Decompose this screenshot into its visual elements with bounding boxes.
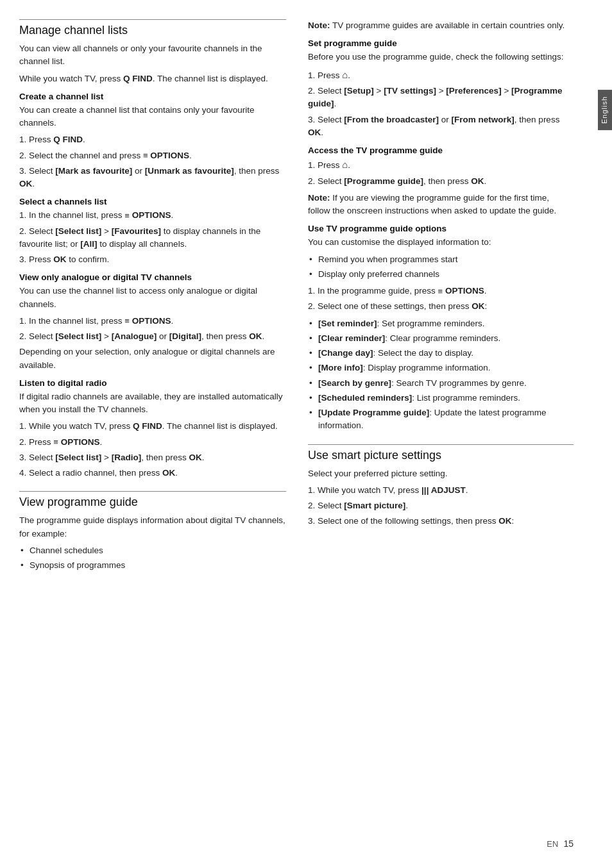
radio-step3: 3. Select [Select list] > [Radio], then … bbox=[19, 451, 286, 464]
set-guide-title: Set programme guide bbox=[308, 38, 574, 48]
view-intro: The programme guide displays information… bbox=[19, 514, 286, 540]
page-container: English Manage channel lists You can vie… bbox=[0, 0, 612, 868]
language-label: English bbox=[600, 96, 608, 124]
smart-intro: Select your preferred picture setting. bbox=[308, 467, 574, 480]
analogue-step2: 2. Select [Select list] > [Analogue] or … bbox=[19, 330, 286, 343]
note1: Note: TV programme guides are available … bbox=[308, 19, 574, 32]
main-content: Manage channel lists You can view all ch… bbox=[19, 19, 599, 832]
footer-lang: EN bbox=[547, 839, 558, 849]
options-items-list: [Set reminder]: Set programme reminders.… bbox=[308, 317, 574, 433]
analogue-note: Depending on your selection, only analog… bbox=[19, 346, 286, 372]
option-more-info: [More info]: Display programme informati… bbox=[308, 362, 574, 374]
left-column: Manage channel lists You can view all ch… bbox=[19, 19, 302, 832]
qfind-bold: Q FIND bbox=[123, 74, 153, 83]
watch-tv-note: While you watch TV, press Q FIND. The ch… bbox=[19, 72, 286, 85]
note2: Note: If you are viewing the programme g… bbox=[308, 192, 574, 218]
bullet-remind: Remind you when programmes start bbox=[308, 253, 574, 266]
manage-intro: You can view all channels or only your f… bbox=[19, 42, 286, 69]
option-search-genre: [Search by genre]: Search TV programmes … bbox=[308, 377, 574, 390]
options-intro: You can customise the displayed informat… bbox=[308, 236, 574, 249]
bullet-synopsis: Synopsis of programmes bbox=[19, 559, 286, 572]
analogue-step1: 1. In the channel list, press ≡ OPTIONS. bbox=[19, 315, 286, 328]
set-step2: 2. Select [Setup] > [TV settings] > [Pre… bbox=[308, 85, 574, 111]
smart-step3: 3. Select one of the following settings,… bbox=[308, 515, 574, 528]
option-change-day: [Change day]: Select the day to display. bbox=[308, 347, 574, 360]
analogue-intro: You can use the channel list to access o… bbox=[19, 285, 286, 311]
footer-pagenum: 15 bbox=[563, 839, 574, 849]
smart-step2: 2. Select [Smart picture]. bbox=[308, 499, 574, 512]
option-scheduled: [Scheduled reminders]: List programme re… bbox=[308, 392, 574, 405]
section-view-programme: View programme guide The programme guide… bbox=[19, 491, 286, 572]
create-step2: 2. Select the channel and press ≡ OPTION… bbox=[19, 149, 286, 162]
access-title: Access the TV programme guide bbox=[308, 146, 574, 155]
set-step1: 1. Press ⌂. bbox=[308, 68, 574, 83]
bullet-preferred: Display only preferred channels bbox=[308, 268, 574, 281]
radio-intro: If digital radio channels are available,… bbox=[19, 390, 286, 417]
option-set-reminder: [Set reminder]: Set programme reminders. bbox=[308, 317, 574, 330]
smart-picture-title: Use smart picture settings bbox=[308, 444, 574, 462]
view-bullets: Channel schedules Synopsis of programmes bbox=[19, 544, 286, 572]
access-step1: 1. Press ⌂. bbox=[308, 158, 574, 172]
select-step2: 2. Select [Select list] > [Favourites] t… bbox=[19, 225, 286, 251]
radio-step4: 4. Select a radio channel, then press OK… bbox=[19, 467, 286, 480]
options-title: Use TV programme guide options bbox=[308, 224, 574, 233]
option-clear-reminder: [Clear reminder]: Clear programme remind… bbox=[308, 332, 574, 345]
smart-step1: 1. While you watch TV, press ||| ADJUST. bbox=[308, 484, 574, 497]
radio-step1: 1. While you watch TV, press Q FIND. The… bbox=[19, 420, 286, 433]
section-view-title: View programme guide bbox=[19, 491, 286, 509]
section-manage-channels: Manage channel lists You can view all ch… bbox=[19, 19, 286, 480]
language-tab: English bbox=[598, 90, 612, 130]
set-step3: 3. Select [From the broadcaster] or [Fro… bbox=[308, 113, 574, 140]
create-title: Create a channel list bbox=[19, 92, 286, 101]
page-footer: EN 15 bbox=[19, 832, 599, 849]
radio-title: Listen to digital radio bbox=[19, 378, 286, 388]
select-title: Select a channels list bbox=[19, 197, 286, 206]
set-guide-intro: Before you use the programme guide, chec… bbox=[308, 51, 574, 63]
bullet-channel-schedules: Channel schedules bbox=[19, 544, 286, 557]
create-step1: 1. Press Q FIND. bbox=[19, 133, 286, 146]
option-update-guide: [Update Programme guide]: Update the lat… bbox=[308, 406, 574, 433]
right-column: Note: TV programme guides are available … bbox=[302, 19, 599, 832]
create-intro: You can create a channel list that conta… bbox=[19, 104, 286, 130]
access-step2: 2. Select [Programme guide], then press … bbox=[308, 175, 574, 188]
options-step2: 2. Select one of these settings, then pr… bbox=[308, 300, 574, 313]
options-bullets: Remind you when programmes start Display… bbox=[308, 253, 574, 281]
select-step1: 1. In the channel list, press ≡ OPTIONS. bbox=[19, 209, 286, 222]
section-manage-title: Manage channel lists bbox=[19, 19, 286, 37]
options-step1: 1. In the programme guide, press ≡ OPTIO… bbox=[308, 285, 574, 297]
create-step3: 3. Select [Mark as favourite] or [Unmark… bbox=[19, 165, 286, 191]
analogue-title: View only analogue or digital TV channel… bbox=[19, 272, 286, 282]
section-smart-picture: Use smart picture settings Select your p… bbox=[308, 444, 574, 528]
select-step3: 3. Press OK to confirm. bbox=[19, 253, 286, 266]
radio-step2: 2. Press ≡ OPTIONS. bbox=[19, 436, 286, 449]
